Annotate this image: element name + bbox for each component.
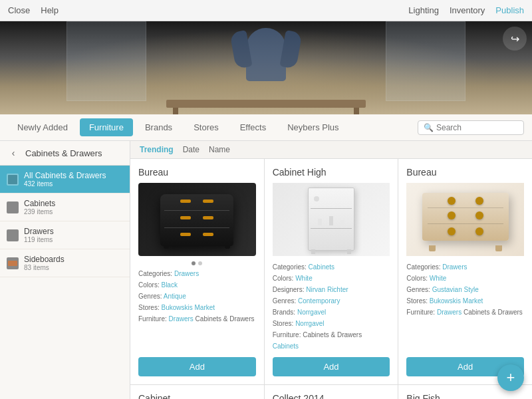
add-button-cabinet-high[interactable]: Add bbox=[273, 357, 390, 376]
product-meta-cabinet-high: Categories: Cabinets Colors: White Desig… bbox=[273, 261, 390, 352]
cabinet-icon-shape bbox=[9, 203, 17, 212]
main-layout: ‹ Cabinets & Drawers All Cabinets & Draw… bbox=[0, 141, 532, 399]
tab-stores[interactable]: Stores bbox=[184, 118, 228, 136]
meta-colors-value-b2[interactable]: White bbox=[430, 275, 447, 282]
product-title-big-fish: Big Fish bbox=[406, 393, 524, 399]
meta-designers-value-ch[interactable]: Nirvan Richter bbox=[306, 286, 348, 293]
meta-furniture-label-ch: Furniture: bbox=[273, 331, 301, 338]
meta-stores-value-ch[interactable]: Norrgavel bbox=[295, 320, 324, 327]
tab-furniture[interactable]: Furniture bbox=[80, 118, 133, 136]
sidebar-item-all-label: All Cabinets & Drawers bbox=[24, 171, 123, 180]
meta-designers-label-ch: Designers: bbox=[273, 286, 305, 293]
sidebar-item-sideboards-label: Sideboards bbox=[24, 255, 123, 264]
dot-1 bbox=[192, 261, 196, 265]
category-tabs: Newly Added Furniture Brands Stores Effe… bbox=[0, 114, 532, 141]
sidebar-item-cabinets-text: Cabinets 239 items bbox=[24, 199, 123, 215]
sort-date[interactable]: Date bbox=[183, 145, 200, 154]
sidebar-back-button[interactable]: ‹ bbox=[7, 146, 20, 160]
meta-colors-value[interactable]: Black bbox=[161, 281, 177, 289]
tab-brands[interactable]: Brands bbox=[136, 118, 182, 136]
tab-newly-added[interactable]: Newly Added bbox=[8, 118, 77, 136]
close-menu-item[interactable]: Close bbox=[8, 0, 30, 21]
product-image-cabinet-high[interactable] bbox=[273, 183, 390, 256]
sidebar-sideboards-icon bbox=[7, 257, 19, 269]
product-grid: Bureau bbox=[130, 159, 532, 399]
meta-furniture-label-b2: Furniture: bbox=[406, 309, 435, 316]
sidebar-item-all-text: All Cabinets & Drawers 432 items bbox=[24, 171, 123, 188]
top-menu-left: Close Help bbox=[8, 0, 59, 21]
tab-neybers-plus[interactable]: Neybers Plus bbox=[278, 118, 348, 136]
meta-furniture-cabinets-link[interactable]: Cabinets bbox=[273, 342, 299, 350]
product-meta-bureau-2: Categories: Drawers Colors: White Genres… bbox=[406, 261, 524, 352]
meta-categories-value-b2[interactable]: Drawers bbox=[442, 263, 467, 271]
meta-furniture-drawers-b2[interactable]: Drawers bbox=[437, 309, 462, 316]
fab-add-button[interactable]: + bbox=[497, 364, 524, 391]
meta-stores-value-b2[interactable]: Bukowskis Market bbox=[430, 297, 483, 305]
product-card-bureau-2: Bureau bbox=[398, 159, 532, 384]
top-menu-bar: Close Help Lighting Inventory Publish bbox=[0, 0, 532, 21]
product-title-bureau-2: Bureau bbox=[406, 167, 524, 178]
meta-furniture-drawers-link[interactable]: Drawers bbox=[169, 315, 194, 323]
sidebar-item-sideboards[interactable]: Sideboards 83 items bbox=[0, 249, 130, 277]
product-card-cabinet-high: Cabinet High bbox=[265, 159, 398, 384]
meta-colors-label-b2: Colors: bbox=[406, 275, 428, 282]
search-icon: 🔍 bbox=[424, 123, 434, 132]
sort-name[interactable]: Name bbox=[209, 145, 230, 154]
product-title-cabinet-high: Cabinet High bbox=[273, 167, 390, 178]
sidebar-item-sideboards-text: Sideboards 83 items bbox=[24, 255, 123, 271]
product-image-bureau-2[interactable] bbox=[406, 183, 524, 256]
sidebar-item-all-count: 432 items bbox=[24, 180, 123, 188]
meta-brands-label-ch: Brands: bbox=[273, 309, 295, 316]
meta-categories-value[interactable]: Drawers bbox=[174, 270, 199, 277]
sidebar-title: Cabinets & Drawers bbox=[25, 148, 102, 158]
sidebar-drawers-icon bbox=[7, 229, 19, 241]
meta-furniture-suffix-b2: Cabinets & Drawers bbox=[464, 309, 523, 316]
search-input[interactable] bbox=[436, 123, 523, 132]
meta-brands-value-ch[interactable]: Norrgavel bbox=[297, 309, 326, 316]
product-title-collect: Collect 2014 bbox=[273, 393, 390, 399]
meta-categories-label-ch: Categories: bbox=[273, 263, 307, 271]
sidebar-item-cabinets-label: Cabinets bbox=[24, 199, 123, 208]
meta-categories-value-ch[interactable]: Cabinets bbox=[309, 263, 334, 271]
sidebar-item-sideboards-count: 83 items bbox=[24, 264, 123, 271]
drawer-icon-shape bbox=[8, 232, 17, 239]
product-title-cabinet: Cabinet bbox=[138, 393, 256, 399]
product-title-bureau-1: Bureau bbox=[138, 167, 256, 178]
meta-genres-label-ch: Genres: bbox=[273, 297, 297, 305]
meta-colors-label: Colors: bbox=[138, 281, 160, 289]
inventory-menu-item[interactable]: Inventory bbox=[450, 0, 485, 21]
sidebar-item-drawers-label: Drawers bbox=[24, 227, 123, 236]
content-area: Trending Date Name Bureau bbox=[130, 141, 532, 399]
product-image-bureau-1[interactable] bbox=[138, 183, 256, 256]
add-button-bureau-1[interactable]: Add bbox=[138, 357, 256, 376]
sidebar-item-cabinets[interactable]: Cabinets 239 items bbox=[0, 194, 130, 221]
lighting-menu-item[interactable]: Lighting bbox=[408, 0, 439, 21]
dot-2 bbox=[198, 261, 202, 265]
sidebar-item-drawers-count: 119 items bbox=[24, 236, 123, 243]
meta-genres-value[interactable]: Antique bbox=[164, 293, 186, 300]
sort-trending[interactable]: Trending bbox=[140, 145, 174, 154]
meta-genres-label-b2: Genres: bbox=[406, 286, 430, 293]
sidebar-all-icon bbox=[7, 174, 19, 186]
sidebar-item-drawers[interactable]: Drawers 119 items bbox=[0, 221, 130, 249]
meta-colors-value-ch[interactable]: White bbox=[295, 275, 313, 282]
meta-colors-label-ch: Colors: bbox=[273, 275, 294, 282]
dot-indicator-bureau-1 bbox=[138, 261, 256, 265]
sort-bar: Trending Date Name bbox=[130, 141, 532, 159]
search-box: 🔍 bbox=[418, 120, 524, 135]
meta-stores-value[interactable]: Bukowskis Market bbox=[161, 304, 215, 311]
hero-avatar[interactable]: ↪ bbox=[503, 27, 527, 51]
meta-genres-label: Genres: bbox=[138, 293, 162, 300]
publish-menu-item[interactable]: Publish bbox=[495, 0, 524, 21]
meta-genres-value-b2[interactable]: Gustavian Style bbox=[432, 286, 479, 293]
meta-genres-value-ch[interactable]: Contemporary bbox=[298, 297, 340, 305]
meta-furniture-suffix: Cabinets & Drawers bbox=[196, 315, 255, 323]
help-menu-item[interactable]: Help bbox=[41, 0, 59, 21]
hero-coat-decoration bbox=[246, 28, 286, 81]
sidebar-header: ‹ Cabinets & Drawers bbox=[0, 141, 130, 166]
meta-stores-label-ch: Stores: bbox=[273, 320, 294, 327]
sidebar-item-all[interactable]: All Cabinets & Drawers 432 items bbox=[0, 166, 130, 194]
meta-stores-label: Stores: bbox=[138, 304, 160, 311]
tab-effects[interactable]: Effects bbox=[231, 118, 276, 136]
hero-window-right bbox=[386, 21, 466, 101]
